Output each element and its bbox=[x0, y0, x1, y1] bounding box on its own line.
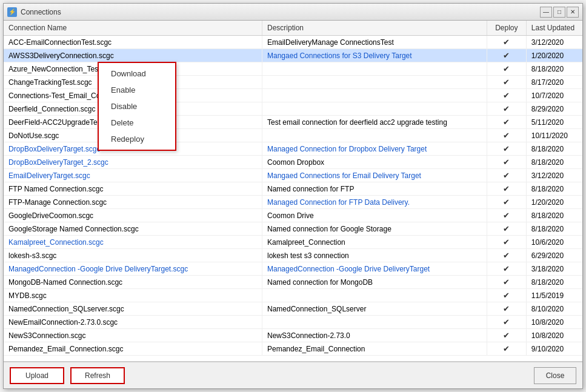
cell-description: Managed Connection for FTP Data Delivery… bbox=[262, 196, 487, 209]
deploy-check: ✔ bbox=[503, 304, 510, 313]
cell-description bbox=[262, 289, 487, 302]
cell-deploy: ✔ bbox=[487, 316, 526, 329]
cell-deploy: ✔ bbox=[487, 302, 526, 316]
context-menu-redeploy[interactable]: Redeploy bbox=[99, 131, 175, 147]
cell-last-updated: 8/18/2020 bbox=[526, 222, 582, 236]
cell-deploy: ✔ bbox=[487, 289, 526, 302]
table-row[interactable]: DropBoxDeliveryTarget.scgcManaged Connec… bbox=[4, 142, 582, 156]
cell-description: Kamalpreet_Connection bbox=[262, 236, 487, 249]
cell-description: Named connection for Google Storage bbox=[262, 222, 487, 236]
table-row[interactable]: Azure_NewConnection_Test...✔8/18/2020 bbox=[4, 62, 582, 76]
cell-last-updated: 10/8/2020 bbox=[526, 316, 582, 329]
cell-description: Managed Connection for Dropbox Delivery … bbox=[262, 142, 487, 156]
context-menu-disable[interactable]: Disable bbox=[99, 98, 175, 115]
cell-last-updated: 10/11/2020 bbox=[526, 129, 582, 142]
cell-description: Named connection for MongoDB bbox=[262, 276, 487, 289]
cell-name: Kamalpreet_Connection.scgc bbox=[4, 236, 262, 249]
table-row[interactable]: GoogleStorage Named Connection.scgcNamed… bbox=[4, 222, 582, 236]
cell-last-updated: 11/5/2019 bbox=[526, 289, 582, 302]
cell-deploy: ✔ bbox=[487, 276, 526, 289]
footer: Upload Refresh Close bbox=[4, 362, 582, 388]
cell-description: Pemandez_Email_Connection bbox=[262, 342, 487, 356]
table-row[interactable]: DoNotUse.scgc✔10/11/2020 bbox=[4, 129, 582, 142]
table-row[interactable]: Kamalpreet_Connection.scgcKamalpreet_Con… bbox=[4, 236, 582, 249]
restore-button[interactable]: □ bbox=[553, 7, 565, 18]
cell-deploy: ✔ bbox=[487, 249, 526, 262]
cell-name: MongoDB-Named Connection.scgc bbox=[4, 276, 262, 289]
deploy-check: ✔ bbox=[503, 344, 510, 353]
cell-name: DropBoxDeliveryTarget_2.scgc bbox=[4, 156, 262, 169]
deploy-check: ✔ bbox=[503, 104, 510, 113]
table-row[interactable]: lokesh-s3.scgclokesh test s3 connection✔… bbox=[4, 249, 582, 262]
table-row[interactable]: Connections-Test_Email_Con...✔10/7/2020 bbox=[4, 89, 582, 102]
cell-last-updated: 8/17/2020 bbox=[526, 76, 582, 89]
table-row[interactable]: FTP-Manage Connection.scgcManaged Connec… bbox=[4, 196, 582, 209]
table-row[interactable]: Deerfield_Connection.scgc✔8/29/2020 bbox=[4, 102, 582, 116]
table-row[interactable]: FTP Named Connection.scgcNamed connectio… bbox=[4, 182, 582, 196]
table-row[interactable]: DropBoxDeliveryTarget_2.scgcCoomon Dropb… bbox=[4, 156, 582, 169]
cell-deploy: ✔ bbox=[487, 236, 526, 249]
table-row[interactable]: DeerField-ACC2UpgradeTest...Test email c… bbox=[4, 116, 582, 129]
cell-description: Mangaed Connections for S3 Delivery Targ… bbox=[262, 49, 487, 62]
title-bar-controls: — □ ✕ bbox=[540, 7, 579, 18]
cell-deploy: ✔ bbox=[487, 196, 526, 209]
deploy-check: ✔ bbox=[503, 64, 510, 73]
cell-description bbox=[262, 129, 487, 142]
deploy-check: ✔ bbox=[503, 38, 510, 47]
deploy-check: ✔ bbox=[503, 171, 510, 180]
header-last-updated: Last Updated bbox=[526, 21, 582, 36]
refresh-button[interactable]: Refresh bbox=[70, 367, 125, 384]
table-row[interactable]: ChangeTrackingTest.scgc✔8/17/2020 bbox=[4, 76, 582, 89]
table-row[interactable]: ManagedConnection -Google Drive Delivery… bbox=[4, 262, 582, 276]
header-name: Connection Name bbox=[4, 21, 262, 36]
table-row[interactable]: MYDB.scgc✔11/5/2019 bbox=[4, 289, 582, 302]
close-window-button[interactable]: ✕ bbox=[567, 7, 579, 18]
table-row[interactable]: GoogleDriveCoomon.scgcCoomon Drive✔8/18/… bbox=[4, 209, 582, 222]
header-deploy: Deploy bbox=[487, 21, 526, 36]
deploy-check: ✔ bbox=[503, 251, 510, 260]
deploy-check: ✔ bbox=[503, 264, 510, 273]
cell-last-updated: 5/11/2020 bbox=[526, 116, 582, 129]
close-button[interactable]: Close bbox=[534, 367, 576, 384]
connections-table-container[interactable]: Connection Name Description Deploy Last … bbox=[4, 21, 582, 362]
cell-name: lokesh-s3.scgc bbox=[4, 249, 262, 262]
cell-description bbox=[262, 62, 487, 76]
window-icon: ⚡ bbox=[7, 7, 17, 17]
cell-last-updated: 8/18/2020 bbox=[526, 156, 582, 169]
cell-description: Mangaed Connections for Email Delivery T… bbox=[262, 169, 487, 182]
table-row[interactable]: NamedConnection_SQLserver.scgcNamedConne… bbox=[4, 302, 582, 316]
cell-name: NewS3Connection.scgc bbox=[4, 329, 262, 342]
connections-window: ⚡ Connections — □ ✕ Connection Name Desc… bbox=[3, 3, 583, 389]
minimize-button[interactable]: — bbox=[540, 7, 552, 18]
cell-last-updated: 8/18/2020 bbox=[526, 276, 582, 289]
table-row[interactable]: MongoDB-Named Connection.scgcNamed conne… bbox=[4, 276, 582, 289]
table-row[interactable]: EmailDeliveryTarget.scgcMangaed Connecti… bbox=[4, 169, 582, 182]
context-menu: DownloadEnableDisableDeleteRedeploy bbox=[98, 62, 176, 151]
context-menu-enable[interactable]: Enable bbox=[99, 82, 175, 98]
cell-description: EmailDeliveryManage ConnectionsTest bbox=[262, 36, 487, 49]
cell-deploy: ✔ bbox=[487, 342, 526, 356]
cell-deploy: ✔ bbox=[487, 156, 526, 169]
cell-description: Test email connection for deerfield acc2… bbox=[262, 116, 487, 129]
context-menu-download[interactable]: Download bbox=[99, 65, 175, 82]
table-row[interactable]: Pemandez_Email_Connection.scgcPemandez_E… bbox=[4, 342, 582, 356]
table-row[interactable]: AWSS3DeliveryConnection.scgcMangaed Conn… bbox=[4, 49, 582, 62]
cell-description: NewS3Connection-2.73.0 bbox=[262, 329, 487, 342]
cell-deploy: ✔ bbox=[487, 262, 526, 276]
table-row[interactable]: ACC-EmailConnectionTest.scgcEmailDeliver… bbox=[4, 36, 582, 49]
cell-deploy: ✔ bbox=[487, 329, 526, 342]
table-row[interactable]: NewS3Connection.scgcNewS3Connection-2.73… bbox=[4, 329, 582, 342]
deploy-check: ✔ bbox=[503, 211, 510, 220]
cell-deploy: ✔ bbox=[487, 89, 526, 102]
cell-last-updated: 8/18/2020 bbox=[526, 142, 582, 156]
deploy-check: ✔ bbox=[503, 158, 510, 167]
cell-description bbox=[262, 316, 487, 329]
deploy-check: ✔ bbox=[503, 144, 510, 153]
table-row[interactable]: NewEmailConnection-2.73.0.scgc✔10/8/2020 bbox=[4, 316, 582, 329]
context-menu-delete[interactable]: Delete bbox=[99, 115, 175, 131]
window-title: Connections bbox=[21, 8, 61, 16]
upload-button[interactable]: Upload bbox=[10, 367, 64, 384]
cell-last-updated: 10/7/2020 bbox=[526, 89, 582, 102]
deploy-check: ✔ bbox=[503, 51, 510, 60]
cell-deploy: ✔ bbox=[487, 116, 526, 129]
